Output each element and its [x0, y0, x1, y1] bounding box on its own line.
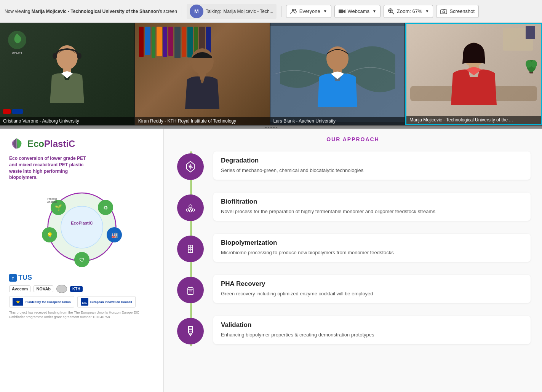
svg-point-58	[190, 248, 191, 249]
svg-line-52	[190, 208, 193, 209]
biopolymerization-title: Biopolymerization	[221, 239, 523, 247]
eic-box: EIC European Innovation Council	[77, 296, 136, 308]
status-suffix: 's screen	[159, 9, 177, 14]
biofiltration-icon-wrap	[175, 193, 206, 223]
webcams-label: Webcams	[348, 8, 370, 14]
biofiltration-icon-circle	[177, 194, 204, 221]
person-silhouette-1	[40, 38, 94, 115]
svg-line-4	[392, 12, 394, 14]
chevron-down-icon3: ▼	[425, 9, 429, 13]
webcam-cell-3[interactable]: Lars Blank - Aachen University	[270, 23, 406, 125]
screenshot-button[interactable]: Screenshot	[436, 5, 479, 18]
screenshot-label: Screenshot	[449, 8, 475, 14]
slide-panel: EcoPlastiC Eco conversion of lower grade…	[0, 129, 164, 392]
timeline-item-validation: Validation Enhancing biopolymer properti…	[175, 316, 531, 346]
talking-label: Talking:	[206, 9, 221, 14]
degradation-icon-wrap	[175, 151, 206, 182]
svg-point-1	[294, 9, 296, 10]
plant-icon	[526, 54, 537, 73]
svg-line-51	[187, 208, 190, 209]
webcam-label-3: Lars Blank - Aachen University	[270, 117, 405, 125]
webcam-bg-1: UPLIFT	[0, 23, 134, 125]
kth-badge: KTH	[70, 286, 83, 292]
biopolymerization-icon	[184, 242, 197, 256]
svg-point-8	[443, 11, 445, 13]
divider2	[281, 6, 281, 17]
validation-icon	[184, 324, 197, 338]
small-print: This project has received funding from t…	[9, 311, 154, 319]
degradation-title: Degradation	[221, 157, 523, 164]
partner-logos-row: T TUS	[9, 274, 154, 282]
approach-title: OUR APPROACH	[175, 136, 531, 142]
eu-flag-icon: ★	[13, 298, 23, 306]
biofiltration-content: Biofiltration Novel process for the prep…	[213, 193, 531, 221]
svg-text:💡: 💡	[46, 232, 53, 239]
webcam-bg-3	[270, 23, 405, 125]
pha-recovery-icon-circle	[177, 277, 204, 303]
pha-recovery-icon-wrap	[175, 275, 206, 305]
validation-desc: Enhancing biopolymer properties & creati…	[221, 331, 523, 339]
timeline-item-pha-recovery: PHA Recovery Green recovery including op…	[175, 275, 531, 305]
logo-text: EcoPlastiC	[27, 139, 75, 149]
biofiltration-icon	[184, 201, 197, 215]
validation-content: Validation Enhancing biopolymer properti…	[213, 316, 531, 344]
webcams-row: UPLIFT	[0, 23, 542, 126]
svg-point-50	[189, 210, 192, 212]
svg-point-18	[326, 46, 349, 71]
timeline-item-biopolymerization: Biopolymerization Microbiome processing …	[175, 234, 531, 264]
svg-text:🌱: 🌱	[54, 204, 62, 211]
webcam-label-1: Cristiano Varrone - Aalborg University	[0, 117, 134, 125]
eic-icon: EIC	[81, 298, 88, 306]
webcams-button[interactable]: Webcams ▼	[334, 5, 381, 18]
eu-logos-row: ★ Funded by the European Union EIC Europ…	[9, 296, 154, 308]
ecoplastic-logo: EcoPlastiC	[9, 136, 154, 151]
degradation-icon-circle	[177, 153, 204, 180]
pha-recovery-content: PHA Recovery Green recovery including op…	[213, 275, 531, 303]
biopolymerization-desc: Microbiome processing to produce new bio…	[221, 249, 523, 257]
main-content: EcoPlastiC Eco conversion of lower grade…	[0, 129, 542, 392]
svg-rect-7	[441, 10, 447, 14]
degradation-content: Degradation Series of mechano-green, che…	[213, 151, 531, 180]
avecom-badge: Avecom	[9, 285, 30, 292]
chevron-down-icon: ▼	[323, 9, 327, 13]
eu-label: Funded by the European Union	[26, 300, 71, 304]
svg-point-22	[526, 60, 532, 68]
svg-point-48	[186, 209, 189, 211]
svg-point-11	[53, 53, 57, 59]
biofiltration-title: Biofiltration	[221, 198, 523, 206]
svg-text:Process: Process	[47, 198, 57, 200]
webcam-label-2: Kiran Reddy - KTH Royal Institute of Tec…	[135, 117, 270, 125]
presenter-name: Marija Mojicevic - Technological Univers…	[32, 9, 159, 14]
svg-text:Analysis: Analysis	[47, 201, 57, 204]
everyone-button[interactable]: Everyone ▼	[286, 5, 331, 18]
camera-icon	[339, 8, 345, 15]
approach-panel: OUR APPROACH Degradation Series	[164, 129, 542, 392]
drag-dot	[268, 127, 269, 128]
uplift-logo	[8, 30, 27, 49]
leaf-logo-icon	[9, 136, 24, 151]
tus-logo: T TUS	[9, 274, 32, 282]
person-silhouette-2	[177, 42, 227, 115]
zoom-label: Zoom: 67%	[397, 8, 422, 14]
webcam-cell-2[interactable]: Kiran Reddy - KTH Royal Institute of Tec…	[135, 23, 270, 125]
svg-point-23	[531, 60, 537, 68]
partner-logo-circle	[56, 285, 67, 293]
timeline-item-biofiltration: Biofiltration Novel process for the prep…	[175, 193, 531, 223]
nova-badge: NOVAb	[34, 285, 53, 292]
timeline-item-degradation: Degradation Series of mechano-green, che…	[175, 151, 531, 182]
biopolymerization-icon-wrap	[175, 234, 206, 264]
status-text: Now viewing Marija Mojicevic - Technolog…	[5, 9, 177, 14]
webcam-cell-1[interactable]: UPLIFT	[0, 23, 135, 125]
eic-label: European Innovation Council	[90, 300, 132, 304]
drag-dots	[265, 127, 277, 128]
biopolymerization-icon-circle	[177, 236, 204, 262]
chevron-down-icon2: ▼	[373, 9, 376, 13]
webcam-bg-4	[406, 24, 541, 124]
zoom-button[interactable]: Zoom: 67% ▼	[384, 5, 433, 18]
webcam-cell-4[interactable]: Marija Mojicevic - Technological Univers…	[405, 23, 542, 125]
logo-eu	[12, 109, 23, 114]
validation-icon-wrap	[175, 316, 206, 346]
logo-acib	[3, 109, 11, 114]
slide-tagline: Eco conversion of lower grade PET and mi…	[9, 155, 93, 181]
svg-point-47	[189, 205, 192, 208]
